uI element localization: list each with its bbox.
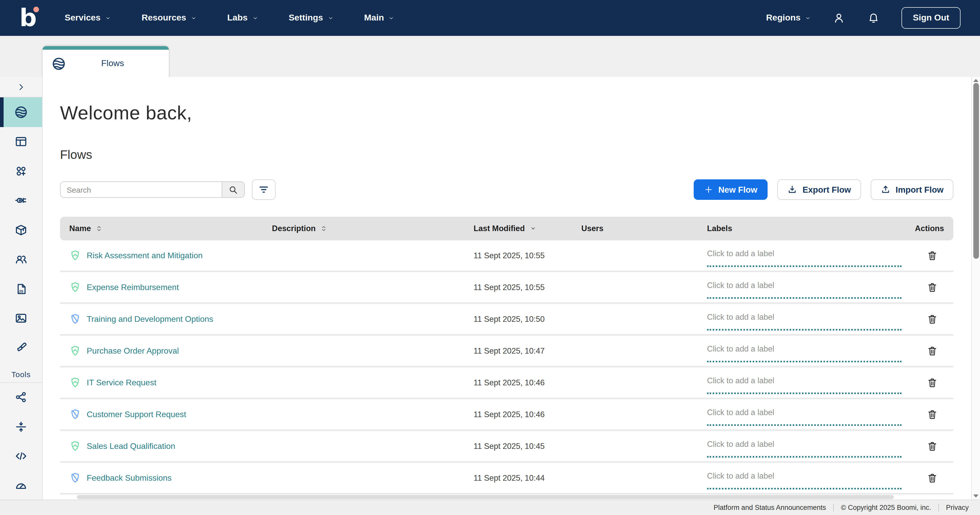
- nav-menu-labs[interactable]: Labs: [227, 13, 258, 23]
- plus-icon: [704, 185, 713, 194]
- add-label-placeholder: Click to add a label: [707, 249, 774, 258]
- add-label-field[interactable]: Click to add a label: [698, 368, 903, 398]
- add-label-field[interactable]: Click to add a label: [698, 463, 903, 493]
- sidebar-item-brush[interactable]: [0, 333, 42, 363]
- export-flow-button[interactable]: Export Flow: [777, 179, 861, 200]
- boomi-logo-dot: [33, 7, 39, 12]
- add-label-field[interactable]: Click to add a label: [698, 399, 903, 429]
- code-icon: [14, 450, 28, 463]
- add-label-placeholder: Click to add a label: [707, 344, 774, 353]
- delete-flow-button[interactable]: [926, 408, 939, 421]
- flow-icon: [52, 57, 66, 70]
- add-label-field[interactable]: Click to add a label: [698, 240, 903, 271]
- flow-last-modified: 11 Sept 2025, 10:55: [465, 251, 572, 260]
- label-dotted-underline: [707, 488, 902, 490]
- gauge-icon: [14, 479, 28, 493]
- vertical-scrollbar-thumb[interactable]: [973, 83, 979, 259]
- user-account-button[interactable]: [832, 11, 846, 25]
- main-panel: Welcome back, Flows New Flow: [43, 77, 980, 500]
- delete-flow-button[interactable]: [926, 376, 939, 389]
- add-label-field[interactable]: Click to add a label: [698, 304, 903, 334]
- delete-flow-button[interactable]: [926, 249, 939, 262]
- sidebar-item-js-file[interactable]: JS: [0, 274, 42, 304]
- delete-flow-button[interactable]: [926, 471, 939, 485]
- nav-menu-main[interactable]: Main: [364, 13, 394, 23]
- flow-name-link[interactable]: Purchase Order Approval: [87, 346, 179, 355]
- boomi-logo[interactable]: b: [19, 3, 42, 33]
- table-row: IT Service Request 11 Sept 2025, 10:46 C…: [60, 368, 953, 399]
- delete-flow-button[interactable]: [926, 312, 939, 326]
- sidebar-item-flow[interactable]: [0, 97, 42, 127]
- nav-menu-label: Main: [364, 13, 384, 23]
- flow-actions-cell: [903, 312, 953, 326]
- tab-flows[interactable]: Flows: [42, 46, 169, 78]
- chevron-down-icon: [105, 15, 111, 21]
- flow-name-link[interactable]: Sales Lead Qualification: [87, 442, 175, 451]
- tab-active-indicator: [43, 46, 169, 50]
- horizontal-scrollbar-thumb[interactable]: [77, 495, 894, 499]
- sidebar-item-layout[interactable]: [0, 127, 42, 156]
- flow-name-link[interactable]: Customer Support Request: [87, 410, 186, 419]
- top-navbar: b Services Resources Labs Settings Main …: [0, 0, 980, 36]
- sidebar-item-share[interactable]: [0, 382, 42, 412]
- flow-name-cell: Expense Reimbursement: [60, 281, 263, 293]
- shield-published-icon: [69, 440, 81, 452]
- nav-menu-services[interactable]: Services: [65, 13, 111, 23]
- sidebar-item-package[interactable]: [0, 215, 42, 245]
- column-header-name[interactable]: Name: [60, 224, 263, 233]
- trash-icon: [927, 313, 938, 325]
- sidebar-item-people[interactable]: [0, 245, 42, 274]
- sign-out-button[interactable]: Sign Out: [902, 7, 961, 29]
- column-header-description[interactable]: Description: [263, 224, 465, 233]
- merge-icon: [14, 420, 28, 434]
- sidebar-item-gauge[interactable]: [0, 471, 42, 501]
- flow-name-cell: Purchase Order Approval: [60, 345, 263, 357]
- flow-actions-cell: [903, 249, 953, 262]
- delete-flow-button[interactable]: [926, 344, 939, 357]
- sidebar-item-merge[interactable]: [0, 412, 42, 442]
- sidebar-item-plug[interactable]: [0, 186, 42, 215]
- column-header-labels: Labels: [698, 224, 903, 233]
- footer-link[interactable]: Platform and Status Announcements: [706, 504, 833, 512]
- delete-flow-button[interactable]: [926, 439, 939, 453]
- sidebar-item-components[interactable]: [0, 156, 42, 186]
- app-root: b Services Resources Labs Settings Main …: [0, 0, 980, 515]
- table-row: Purchase Order Approval 11 Sept 2025, 10…: [60, 336, 953, 368]
- add-label-field[interactable]: Click to add a label: [698, 336, 903, 366]
- import-flow-button[interactable]: Import Flow: [870, 179, 953, 200]
- delete-flow-button[interactable]: [926, 280, 939, 294]
- flow-name-link[interactable]: Expense Reimbursement: [87, 283, 179, 292]
- flow-last-modified: 11 Sept 2025, 10:46: [465, 378, 572, 387]
- new-flow-button[interactable]: New Flow: [694, 179, 768, 200]
- sidebar-item-code[interactable]: [0, 442, 42, 471]
- flow-name-link[interactable]: Risk Assessment and Mitigation: [87, 251, 203, 260]
- flow-name-link[interactable]: Training and Development Options: [87, 314, 213, 323]
- label-dotted-underline: [707, 329, 902, 331]
- column-label: Name: [69, 224, 91, 233]
- nav-menu-resources[interactable]: Resources: [142, 13, 197, 23]
- add-label-field[interactable]: Click to add a label: [698, 272, 903, 302]
- flow-name-cell: Customer Support Request: [60, 409, 263, 420]
- filter-button[interactable]: [252, 179, 275, 200]
- notifications-button[interactable]: [867, 11, 880, 24]
- regions-menu[interactable]: Regions: [766, 13, 811, 23]
- flow-actions-cell: [903, 344, 953, 357]
- components-icon: [14, 165, 28, 178]
- flow-name-cell: Sales Lead Qualification: [60, 440, 263, 452]
- column-header-last-modified[interactable]: Last Modified: [465, 224, 572, 233]
- scroll-down-arrow[interactable]: [973, 494, 978, 498]
- sidebar-item-image[interactable]: [0, 304, 42, 333]
- flow-name-link[interactable]: Feedback Submissions: [87, 473, 172, 482]
- scroll-up-arrow[interactable]: [973, 79, 978, 82]
- sidebar-expand-button[interactable]: [0, 77, 42, 97]
- footer-link[interactable]: Privacy: [938, 504, 976, 512]
- flows-toolbar: New Flow Export Flow Import Flow: [60, 179, 953, 200]
- nav-menu-label: Services: [65, 13, 100, 23]
- add-label-field[interactable]: Click to add a label: [698, 431, 903, 461]
- flow-last-modified: 11 Sept 2025, 10:44: [465, 473, 572, 482]
- search-input[interactable]: [60, 182, 222, 197]
- search-button[interactable]: [222, 182, 244, 197]
- flow-name-link[interactable]: IT Service Request: [87, 378, 156, 387]
- nav-menu-settings[interactable]: Settings: [289, 13, 333, 23]
- sidebar: JS Tools: [0, 77, 43, 500]
